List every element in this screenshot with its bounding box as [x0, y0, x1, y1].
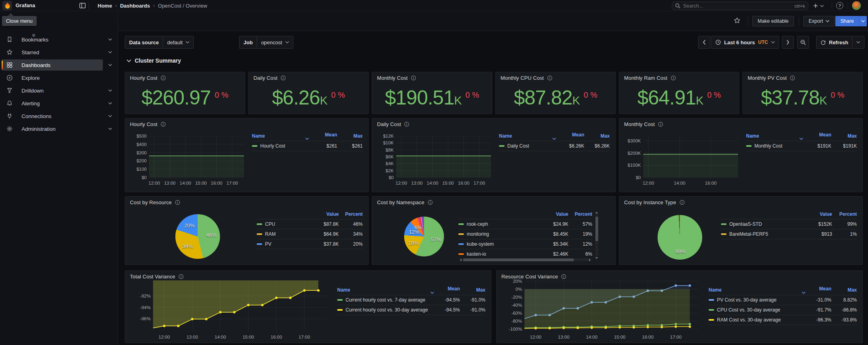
- panel-title[interactable]: Hourly Cost: [130, 121, 157, 127]
- info-icon[interactable]: [679, 200, 685, 205]
- sidebar-item-bookmarks[interactable]: Bookmarks: [2, 34, 103, 45]
- legend-series-name[interactable]: kasten-io: [458, 251, 535, 257]
- panel-title[interactable]: Monthly Ram Cost: [624, 75, 668, 81]
- legend-series-name[interactable]: rook-ceph: [458, 221, 535, 227]
- datasource-value[interactable]: default: [163, 36, 193, 48]
- share-button[interactable]: Share: [835, 16, 859, 26]
- legend-col-mean[interactable]: Mean: [802, 286, 831, 294]
- chevron-down-icon[interactable]: [108, 51, 112, 53]
- time-range-picker[interactable]: Last 6 hours UTC: [711, 36, 779, 49]
- user-avatar[interactable]: [852, 1, 861, 10]
- info-icon[interactable]: [658, 122, 663, 127]
- info-icon[interactable]: [547, 75, 552, 81]
- scroll-up-arrow[interactable]: [595, 210, 598, 213]
- legend-col-max[interactable]: Max: [337, 133, 363, 139]
- share-menu-button[interactable]: [859, 16, 867, 26]
- sidebar-item-administration[interactable]: Administration: [2, 123, 103, 134]
- panel-title[interactable]: Monthly Cost: [377, 75, 408, 81]
- job-picker[interactable]: Job opencost: [239, 36, 293, 49]
- info-icon[interactable]: [561, 274, 566, 279]
- info-icon[interactable]: [428, 200, 433, 205]
- panel-info-icon[interactable]: [671, 75, 676, 81]
- legend-col-max[interactable]: Max: [460, 287, 485, 293]
- sidebar-item-connections[interactable]: Connections: [2, 110, 103, 122]
- panel-info-icon[interactable]: [175, 200, 180, 205]
- daily-cost-ts-plot[interactable]: [396, 136, 491, 177]
- legend-col-value[interactable]: Value: [535, 211, 568, 217]
- panel-info-icon[interactable]: [790, 75, 795, 81]
- time-forward-button[interactable]: [782, 36, 794, 49]
- scroll-down-arrow[interactable]: [595, 257, 598, 260]
- panel-title[interactable]: Cost by Namespace: [377, 199, 424, 205]
- legend-series-name[interactable]: Hourly Cost: [252, 143, 305, 149]
- panel-info-icon[interactable]: [561, 274, 566, 279]
- panel-title[interactable]: Daily Cost: [253, 75, 277, 81]
- panel-title[interactable]: Daily Cost: [377, 121, 401, 127]
- legend-col-mean[interactable]: Mean: [430, 286, 460, 294]
- panel-info-icon[interactable]: [547, 75, 552, 81]
- panel-info-icon[interactable]: [179, 274, 184, 279]
- info-icon[interactable]: [404, 122, 409, 127]
- grafana-logo-button[interactable]: [2, 1, 12, 10]
- panel-info-icon[interactable]: [658, 122, 663, 127]
- panel-title[interactable]: Monthly Cost: [624, 121, 655, 127]
- legend-col-mean[interactable]: Mean: [799, 132, 831, 140]
- panel-info-icon[interactable]: [428, 200, 433, 205]
- legend-col-percent[interactable]: Percent: [568, 211, 592, 217]
- chevron-down-icon[interactable]: [108, 89, 112, 92]
- legend-series-name[interactable]: BareMetal-PERF5: [721, 231, 800, 237]
- panel-info-icon[interactable]: [161, 75, 166, 81]
- panel-info-icon[interactable]: [411, 75, 416, 81]
- legend-series-name[interactable]: monitoring: [458, 231, 535, 237]
- info-icon[interactable]: [161, 122, 166, 127]
- legend-col-value[interactable]: Value: [305, 211, 339, 217]
- legend-series-name[interactable]: OpenIaaS-STD: [721, 221, 800, 227]
- info-icon[interactable]: [179, 274, 184, 279]
- legend-series-name[interactable]: PV Cost vs. 30-day average: [709, 297, 802, 303]
- datasource-picker[interactable]: Data source default: [125, 36, 194, 49]
- legend-col-name[interactable]: Name: [746, 133, 799, 139]
- legend-col-name[interactable]: Name: [252, 133, 305, 139]
- legend-horizontal-scrollbar[interactable]: [458, 258, 592, 262]
- legend-series-name[interactable]: PV: [257, 241, 305, 247]
- legend-col-max[interactable]: Max: [831, 287, 857, 293]
- sidebar-item-drilldown[interactable]: Drilldown: [2, 85, 103, 96]
- resource-cost-variance-plot[interactable]: [524, 280, 698, 331]
- legend-vertical-scrollbar[interactable]: [595, 214, 598, 256]
- chevron-down-icon[interactable]: [108, 102, 112, 104]
- refresh-interval-button[interactable]: [852, 36, 864, 48]
- legend-series-name[interactable]: Daily Cost: [499, 143, 552, 149]
- info-icon[interactable]: [161, 75, 166, 81]
- refresh-button[interactable]: Refresh: [817, 36, 852, 48]
- job-value[interactable]: opencost: [257, 36, 293, 48]
- breadcrumb-dashboards[interactable]: Dashboards: [120, 3, 150, 9]
- info-icon[interactable]: [281, 75, 286, 81]
- hourly-cost-ts-plot[interactable]: [149, 136, 244, 177]
- search-input[interactable]: [683, 3, 791, 9]
- legend-series-name[interactable]: RAM: [257, 231, 305, 237]
- legend-series-name[interactable]: Current hourly cost vs. 30-day average: [337, 307, 430, 313]
- panel-info-icon[interactable]: [404, 122, 409, 127]
- chevron-down-icon[interactable]: [108, 38, 112, 41]
- sidebar-item-explore[interactable]: Explore: [2, 72, 103, 83]
- info-icon[interactable]: [175, 200, 180, 205]
- search-input-wrapper[interactable]: ctrl+k: [672, 2, 808, 10]
- star-dashboard-button[interactable]: [734, 17, 740, 24]
- time-back-button[interactable]: [698, 36, 710, 49]
- monthly-cost-ts-plot[interactable]: [643, 136, 738, 177]
- info-icon[interactable]: [671, 75, 676, 81]
- legend-col-max[interactable]: Max: [831, 133, 857, 139]
- panel-title[interactable]: Cost by Instance Type: [624, 199, 676, 205]
- help-button[interactable]: ?: [836, 2, 843, 9]
- legend-col-name[interactable]: Name: [337, 287, 430, 293]
- legend-col-mean[interactable]: Mean: [552, 132, 584, 140]
- row-cluster-summary[interactable]: Cluster Summary: [127, 57, 181, 64]
- legend-col-percent[interactable]: Percent: [832, 211, 857, 217]
- legend-col-name[interactable]: Name: [499, 133, 552, 139]
- dock-menu-toggle[interactable]: [78, 2, 87, 9]
- sidebar-item-alerting[interactable]: Alerting: [2, 98, 103, 109]
- info-icon[interactable]: [790, 75, 795, 81]
- panel-title[interactable]: Total Cost Variance: [130, 274, 175, 280]
- panel-info-icon[interactable]: [161, 122, 166, 127]
- panel-title[interactable]: Monthly CPU Cost: [501, 75, 544, 81]
